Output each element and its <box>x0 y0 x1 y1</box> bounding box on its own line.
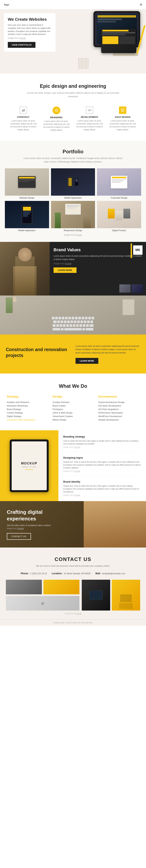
feature-development-desc: Lorem ipsum dolor sit amet, consectetur … <box>76 119 104 131</box>
wwd-strategy-col: Strategy. Analytics and Research Interac… <box>7 395 48 422</box>
svg-rect-9 <box>121 109 124 111</box>
wwd-dev-item-0[interactable]: System Architecture Design <box>98 400 139 404</box>
contact-mail-label: Mail: <box>96 572 101 575</box>
ux-icon <box>119 106 126 114</box>
footer-credit: Content tools. Click to select the Text … <box>4 622 142 624</box>
contact-credit-link[interactable]: Freepik <box>75 613 81 615</box>
branding-identity-desc: Simple text. Click to select the text bo… <box>63 485 141 493</box>
contact-right-img-1 <box>82 580 110 611</box>
mk-logo: MK <box>133 245 143 255</box>
feature-strategy-desc: Lorem ipsum dolor sit amet, consectetur … <box>9 119 37 131</box>
portfolio-credit-link[interactable]: Freepik <box>76 234 82 236</box>
portfolio-item-responsive[interactable]: Responsive Design <box>51 201 95 231</box>
wwd-design-item-5[interactable]: Motion Design <box>52 418 94 422</box>
hamburger-menu-icon[interactable]: ≡ <box>140 2 142 7</box>
portfolio-row-1: Website Design Mobile Application <box>5 168 141 199</box>
wwd-strategy-item-0[interactable]: Analytics and Research <box>7 400 48 404</box>
crafting-title: Crafting digital experiences <box>7 509 69 522</box>
mockup-panel: MOCKUP READY TO USE <box>0 430 59 501</box>
wwd-dev-item-3[interactable]: Performance Optimisation <box>98 411 139 414</box>
branding-identity-credit-link[interactable]: Freepik <box>74 494 80 496</box>
contact-location: Location: 15 Street Sample, WI 63025 <box>52 572 90 575</box>
contact-mail: Mail: template@example.com <box>96 572 125 575</box>
wwd-design-item-3[interactable]: UI/UX & Web Design <box>52 411 94 414</box>
wwd-design-heading: Design. <box>52 395 94 398</box>
brand-values-credit-link[interactable]: Freepik <box>65 262 71 265</box>
mockup-sublabel: READY TO USE <box>22 466 36 468</box>
portfolio-item-corporate[interactable]: Corporate Design <box>97 168 141 199</box>
wwd-design-item-2[interactable]: Prototypes <box>52 407 94 411</box>
svg-rect-0 <box>22 110 23 112</box>
feature-branding-desc: Lorem ipsum dolor sit amet, consectetur … <box>42 120 70 131</box>
branding-strategy-title: Branding strategy <box>63 435 141 438</box>
portfolio-image-credit: Images from Freepik <box>5 234 141 236</box>
construction-title: Construction and renovation projects <box>6 347 71 359</box>
wwd-strategy-item-2[interactable]: Brand Strategy <box>7 407 48 411</box>
crafting-content: Crafting digital experiences Join the él… <box>0 501 76 548</box>
what-we-do-grid: Strategy. Analytics and Research Interac… <box>7 395 139 422</box>
portfolio-item-mobile1[interactable]: Mobile Application <box>51 168 95 199</box>
learn-more-button[interactable]: LEARN MORE <box>53 268 76 273</box>
contact-header: CONTACT US We are here to meet any busin… <box>6 556 140 568</box>
portfolio-label-mobile1: Mobile Application <box>51 197 95 199</box>
branding-icon <box>52 106 60 114</box>
portfolio-item-mobile2[interactable]: Mobile Application <box>5 201 49 231</box>
portfolio-label-digital: Digital Product <box>97 229 141 231</box>
mockup-label: MOCKUP <box>21 462 37 465</box>
portfolio-label-mobile2: Mobile Application <box>5 229 49 231</box>
branding-logos-title: Designing logos <box>63 456 141 459</box>
wwd-design-item-1[interactable]: Brand Guides <box>52 404 94 407</box>
hero-credit-link[interactable]: Freepik <box>19 37 26 39</box>
contact-right-img-2 <box>112 580 140 611</box>
what-we-do-title: What We Do <box>7 383 139 389</box>
construction-description: Lorem ipsum dolor sit amet consectetur a… <box>76 344 140 354</box>
view-portfolio-button[interactable]: VIEW PORTFOLIO <box>8 42 35 48</box>
wwd-strategy-item-5[interactable]: Conversion Rate Optimisation <box>7 418 48 422</box>
contact-thumb-3: a <box>6 596 79 611</box>
bv-thumb-2 <box>132 284 143 292</box>
svg-line-8 <box>89 109 90 112</box>
construction-learn-more-button[interactable]: LEARN MORE <box>76 358 99 364</box>
contact-image-credit: Image from Freepik <box>6 613 140 615</box>
construction-text: Construction and renovation projects <box>6 347 71 362</box>
portfolio-item-website[interactable]: Website Design <box>5 168 49 199</box>
wwd-dev-item-5[interactable]: Shopify Development <box>98 418 139 422</box>
crafting-section: Crafting digital experiences Join the él… <box>0 501 146 548</box>
branding-logos-desc: Simple text. Click to select the text bo… <box>63 461 141 469</box>
wwd-dev-item-1[interactable]: Full Stack Development <box>98 404 139 407</box>
wwd-dev-item-4[interactable]: WordPress Development <box>98 414 139 418</box>
brand-values-description: Lorem ipsum dolor sit amet consectetur a… <box>53 254 142 261</box>
contact-phone-label: Phone: <box>21 572 29 575</box>
crafting-credit-link[interactable]: Freepik <box>17 527 24 530</box>
branding-logos-credit-link[interactable]: Freepik <box>74 470 80 472</box>
hero-text-block: We Create Websites Duis aute irure dolor… <box>4 13 56 52</box>
wwd-design-list: Creative Direction Brand Guides Prototyp… <box>52 400 94 422</box>
wwd-strategy-item-3[interactable]: Content Strategy <box>7 411 48 414</box>
brand-values-image <box>0 242 50 296</box>
construction-desc-block: Lorem ipsum dolor sit amet consectetur a… <box>71 344 140 364</box>
contact-us-button-crafting[interactable]: CONTACT US <box>7 533 31 540</box>
wwd-strategy-item-1[interactable]: Interactive Workshops <box>7 404 48 407</box>
portfolio-img-digital <box>97 201 141 228</box>
crafting-right-visual <box>84 501 146 548</box>
hero-image-credit: Images from Freepik <box>8 37 51 39</box>
branding-strategy-credit-link[interactable]: Freepik <box>74 446 80 448</box>
feature-development-label: DEVELOPMENT <box>76 116 104 118</box>
wwd-design-item-0[interactable]: Creative Direction <box>52 400 94 404</box>
svg-rect-2 <box>24 109 25 112</box>
wwd-design-col: Design. Creative Direction Brand Guides … <box>52 395 94 422</box>
portfolio-item-digital[interactable]: Digital Product <box>97 201 141 231</box>
feature-ux: UX/UI DESIGN Lorem ipsum dolor sit amet,… <box>107 105 138 133</box>
brand-values-content: Brand Values Lorem ipsum dolor sit amet … <box>50 242 146 296</box>
footer: Content tools. Click to select the Text … <box>0 620 146 626</box>
contact-thumb-1 <box>6 580 42 594</box>
epic-title: Epic design and engineering <box>6 83 140 89</box>
wwd-dev-item-2[interactable]: 3rd Party Integrations <box>98 407 139 411</box>
wwd-strategy-item-4[interactable]: Digital Strategy <box>7 414 48 418</box>
branding-items: Branding strategy Click to select the te… <box>59 430 146 501</box>
branding-item-logos: Designing logos Simple text. Click to se… <box>63 456 141 476</box>
wwd-design-item-4[interactable]: Visual Asset Creation <box>52 414 94 418</box>
wwd-strategy-heading: Strategy. <box>7 395 48 398</box>
wwd-development-col: Development. System Architecture Design … <box>98 395 139 422</box>
contact-left-thumbs: a <box>6 580 79 611</box>
